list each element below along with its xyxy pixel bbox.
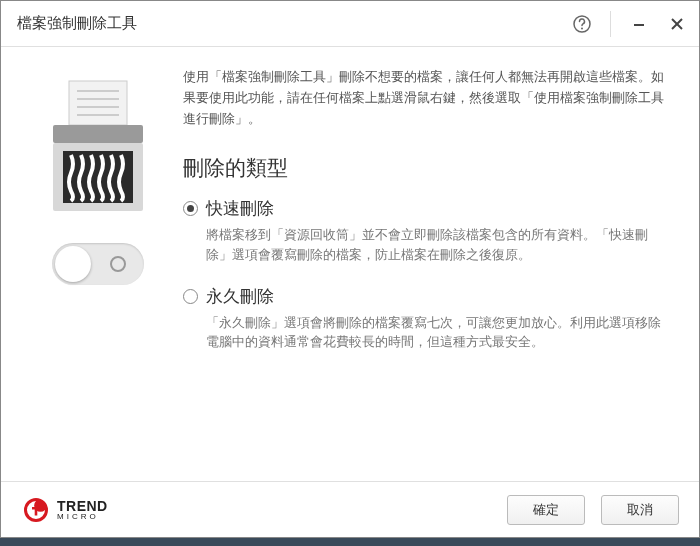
section-heading: 刪除的類型 <box>183 151 671 185</box>
option-label: 永久刪除 <box>206 283 274 310</box>
window-title: 檔案強制刪除工具 <box>17 14 572 33</box>
radio-quick-delete[interactable] <box>183 201 198 216</box>
brand-text: TREND MICRO <box>57 499 108 521</box>
confirm-button[interactable]: 確定 <box>507 495 585 525</box>
brand-main: TREND <box>57 499 108 513</box>
app-window: 檔案強制刪除工具 <box>0 0 700 538</box>
titlebar: 檔案強制刪除工具 <box>1 1 699 47</box>
footer: TREND MICRO 確定 取消 <box>1 481 699 537</box>
help-icon[interactable] <box>572 14 592 34</box>
brand: TREND MICRO <box>23 497 491 523</box>
titlebar-divider <box>610 11 611 37</box>
option-row[interactable]: 永久刪除 <box>183 283 671 310</box>
toggle-off-indicator <box>110 256 126 272</box>
brand-sub: MICRO <box>57 513 108 521</box>
svg-rect-10 <box>53 125 143 143</box>
cancel-button[interactable]: 取消 <box>601 495 679 525</box>
toggle-knob <box>55 246 91 282</box>
trend-swirl-icon <box>23 497 49 523</box>
svg-rect-5 <box>69 81 127 125</box>
option-row[interactable]: 快速刪除 <box>183 195 671 222</box>
radio-dot <box>187 205 194 212</box>
minimize-icon[interactable] <box>629 14 649 34</box>
option-label: 快速刪除 <box>206 195 274 222</box>
right-column: 使用「檔案強制刪除工具」刪除不想要的檔案，讓任何人都無法再開啟這些檔案。如果要使… <box>167 67 671 471</box>
enable-toggle[interactable] <box>52 243 144 285</box>
close-icon[interactable] <box>667 14 687 34</box>
option-quick-delete: 快速刪除 將檔案移到「資源回收筒」並不會立即刪除該檔案包含的所有資料。「快速刪除… <box>183 195 671 265</box>
option-desc: 將檔案移到「資源回收筒」並不會立即刪除該檔案包含的所有資料。「快速刪除」選項會覆… <box>183 226 671 265</box>
titlebar-buttons <box>572 11 687 37</box>
shredder-icon <box>43 75 153 215</box>
left-column <box>29 67 167 471</box>
svg-point-1 <box>581 27 583 29</box>
option-permanent-delete: 永久刪除 「永久刪除」選項會將刪除的檔案覆寫七次，可讓您更加放心。利用此選項移除… <box>183 283 671 353</box>
intro-text: 使用「檔案強制刪除工具」刪除不想要的檔案，讓任何人都無法再開啟這些檔案。如果要使… <box>183 67 671 129</box>
content-area: 使用「檔案強制刪除工具」刪除不想要的檔案，讓任何人都無法再開啟這些檔案。如果要使… <box>1 47 699 481</box>
radio-permanent-delete[interactable] <box>183 289 198 304</box>
option-desc: 「永久刪除」選項會將刪除的檔案覆寫七次，可讓您更加放心。利用此選項移除電腦中的資… <box>183 314 671 353</box>
